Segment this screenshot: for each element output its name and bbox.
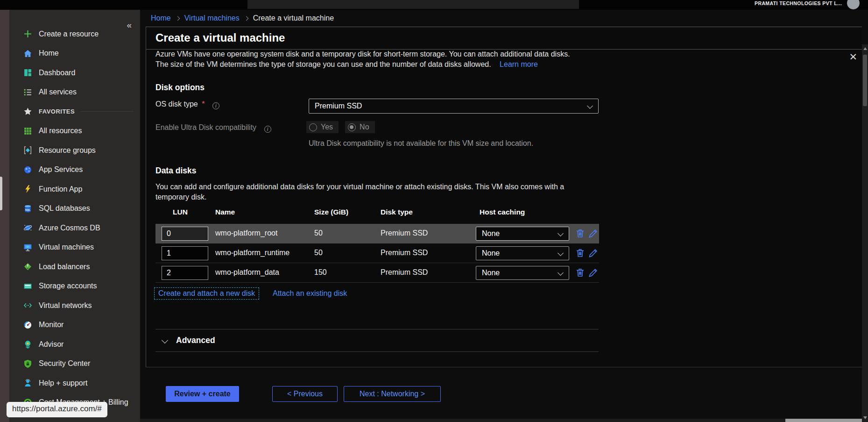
chevron-down-icon [587,103,593,109]
tenant-name: PRAMATI TECHNOLOGIES PVT L... [755,0,842,6]
radio-option-no[interactable]: No [345,121,374,133]
advanced-section-toggle[interactable]: Advanced [176,336,215,345]
radio-unselected-icon [309,123,317,131]
sidebar-item-all-services[interactable]: All services [9,83,140,102]
table-row: wmo-platform_data 150 Premium SSD None [155,263,599,283]
disk-name: wmo-platform_runtime [215,249,289,257]
delete-disk-icon[interactable] [575,248,586,258]
lun-input[interactable] [162,266,208,280]
edge-marker [0,177,2,210]
previous-button[interactable]: < Previous [272,386,338,402]
delete-disk-icon[interactable] [575,228,586,239]
scrollbar-thumb[interactable] [785,419,862,422]
scroll-down-icon[interactable] [863,416,867,419]
account-avatar[interactable] [847,0,860,9]
scrollbar-thumb[interactable] [863,55,867,106]
sidebar-item-load-balancers[interactable]: Load balancers [9,257,140,277]
sidebar-item-storage-accounts[interactable]: Storage accounts [9,277,140,296]
horizontal-scrollbar[interactable] [140,419,862,422]
help-support-icon [23,379,32,387]
chevron-down-icon[interactable] [162,337,168,343]
scroll-up-icon[interactable] [863,47,867,50]
ultra-disk-label-text: Enable Ultra Disk compatibility [155,123,256,131]
blade-content: Azure VMs have one operating system disk… [146,50,862,367]
table-row: wmo-platform_root 50 Premium SSD None [155,224,599,243]
chevron-down-icon [557,270,564,276]
sidebar-item-label: Create a resource [39,30,99,38]
lun-input[interactable] [162,246,208,260]
monitor-icon [23,321,32,329]
sql-databases-icon: SQL [23,204,32,213]
sidebar-item-virtual-networks[interactable]: Virtual networks [9,296,140,315]
host-caching-value: None [482,249,500,257]
sidebar-item-virtual-machines[interactable]: Virtual machines [9,238,140,257]
breadcrumb: Home Virtual machines Create a virtual m… [151,12,334,24]
sidebar-item-app-services[interactable]: App Services [9,160,140,180]
sidebar-item-resource-groups[interactable]: Resource groups [9,141,140,160]
breadcrumb-home[interactable]: Home [151,14,171,22]
security-center-icon [23,359,32,368]
attach-existing-disk-link[interactable]: Attach an existing disk [273,289,347,298]
delete-disk-icon[interactable] [575,267,586,278]
vertical-scrollbar[interactable] [862,44,868,422]
host-caching-dropdown[interactable]: None [476,227,569,241]
all-resources-icon [23,127,32,136]
disk-size: 150 [314,268,327,277]
edit-disk-icon[interactable] [588,267,599,278]
sidebar-item-monitor[interactable]: Monitor [9,315,140,335]
os-disk-type-label: OS disk type * i [155,100,219,109]
edit-disk-icon[interactable] [588,248,599,258]
sidebar-item-label: Virtual networks [39,301,92,310]
intro-line2-text: The size of the VM determines the type o… [155,60,491,68]
sidebar-nav: Create a resource Home Dashboard All ser… [9,24,140,412]
edit-disk-icon[interactable] [588,228,599,239]
sidebar-item-dashboard[interactable]: Dashboard [9,63,140,83]
sidebar-item-help-support[interactable]: Help + support [9,373,140,393]
sidebar-item-label: Advisor [39,340,64,349]
chevron-down-icon [557,250,564,256]
table-header: LUN Name Size (GiB) Disk type Host cachi… [155,208,599,217]
sidebar-item-azure-cosmos-db[interactable]: Azure Cosmos DB [9,218,140,238]
radio-selected-icon [348,123,356,131]
disk-name: wmo-platform_root [215,229,277,237]
chevron-right-icon [244,16,248,21]
star-icon [23,107,32,116]
host-caching-dropdown[interactable]: None [476,266,569,280]
data-disks-description-line2: temporary disk. [155,193,206,201]
chevron-down-icon [557,230,564,236]
blade-header: Create a virtual machine [146,27,862,50]
disk-options-heading: Disk options [155,83,205,93]
review-create-button[interactable]: Review + create [166,386,239,402]
sidebar-item-security-center[interactable]: Security Center [9,354,140,374]
sidebar-item-home[interactable]: Home [9,44,140,64]
host-caching-dropdown[interactable]: None [476,246,569,260]
info-icon[interactable]: i [264,126,271,133]
sidebar-item-all-resources[interactable]: All resources [9,122,140,141]
global-search-bar[interactable] [247,0,579,9]
column-header-disk-type: Disk type [381,208,413,216]
breadcrumb-virtual-machines[interactable]: Virtual machines [184,14,240,22]
learn-more-link[interactable]: Learn more [500,60,538,68]
sidebar-item-label: All resources [39,127,82,135]
os-disk-type-value: Premium SSD [315,102,362,110]
sidebar-item-create-a-resource[interactable]: Create a resource [9,24,140,44]
window-edge [0,10,9,422]
home-icon [23,49,32,58]
svg-text:SQL: SQL [25,208,31,211]
os-disk-type-dropdown[interactable]: Premium SSD [309,99,599,114]
cosmos-db-icon [23,223,32,232]
create-attach-disk-link[interactable]: Create and attach a new disk [154,287,259,300]
ultra-disk-message: Ultra Disk compatibility is not availabl… [309,139,533,148]
radio-option-yes[interactable]: Yes [306,121,339,133]
sidebar-item-sql-databases[interactable]: SQL SQL databases [9,199,140,219]
next-networking-button[interactable]: Next : Networking > [344,386,441,402]
info-icon[interactable]: i [212,102,219,109]
column-header-size: Size (GiB) [314,208,348,216]
disk-size: 50 [314,249,323,257]
sidebar-item-label: Home [39,49,59,57]
sidebar-item-function-app[interactable]: Function App [9,179,140,199]
lun-input[interactable] [162,227,208,241]
sidebar-item-advisor[interactable]: Advisor [9,335,140,354]
data-disks-description-line1: You can add and configure additional dat… [155,183,564,191]
virtual-networks-icon [23,301,32,310]
